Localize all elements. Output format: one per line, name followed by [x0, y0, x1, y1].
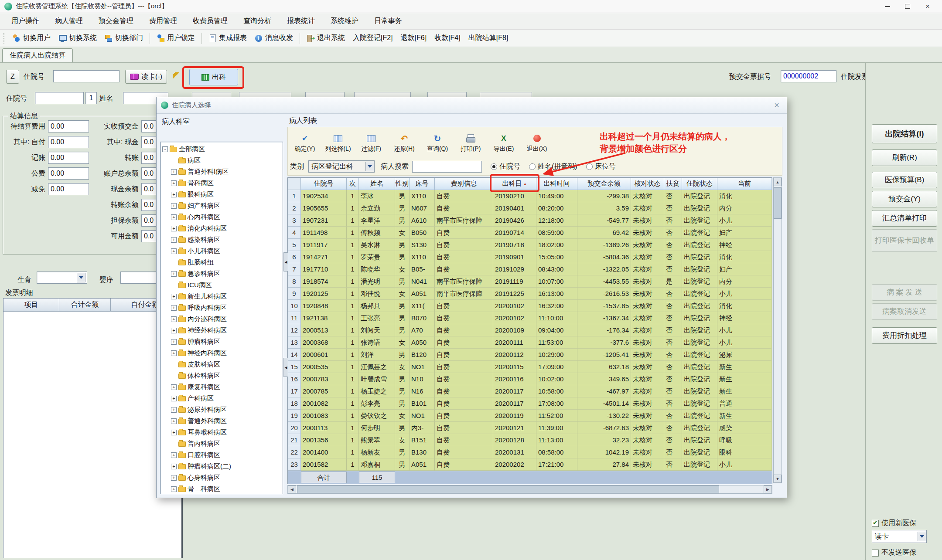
birth-combobox[interactable]: [37, 272, 87, 284]
tree-item[interactable]: +急诊科病区: [171, 268, 283, 279]
expand-icon[interactable]: +: [171, 464, 177, 469]
expand-icon[interactable]: +: [171, 328, 177, 333]
read-card-combobox[interactable]: 读卡: [872, 530, 927, 543]
tree-item[interactable]: +骨二科病区: [171, 483, 283, 494]
sidebar-button-5[interactable]: 汇总清单打印: [872, 210, 937, 227]
dropdown-button[interactable]: [365, 162, 374, 171]
patient-row[interactable]: 1520005351江佩芸之女NO1自费2020011517:09:00632.…: [288, 361, 772, 373]
menu-item-2[interactable]: 病人管理: [47, 13, 91, 29]
horizontal-scrollbar[interactable]: ◀ ▶: [287, 485, 772, 494]
expand-icon[interactable]: +: [171, 180, 177, 186]
expand-icon[interactable]: +: [171, 226, 177, 231]
tree-item[interactable]: 病区: [171, 155, 283, 166]
sidebar-button-2[interactable]: 刷新(R): [872, 149, 937, 166]
expand-icon[interactable]: +: [171, 475, 177, 481]
query-button[interactable]: 查询(Q): [422, 129, 453, 156]
chuke-button[interactable]: 出科: [189, 69, 238, 85]
column-header-11[interactable]: 扶贫: [664, 178, 682, 190]
columns-button[interactable]: 列选择(L): [322, 129, 354, 156]
tree-item[interactable]: +泌尿外科病区: [171, 404, 283, 415]
scroll-right-button[interactable]: ▶: [764, 485, 772, 493]
tree-root-item[interactable]: -全部病区: [162, 143, 283, 155]
column-header-5[interactable]: 床号: [410, 178, 435, 190]
close-button[interactable]: ×: [918, 0, 938, 13]
expand-icon[interactable]: +: [171, 384, 177, 390]
tree-item[interactable]: +眼科病区: [171, 189, 283, 200]
export-button[interactable]: 导出(E): [488, 129, 519, 156]
sidebar-button-9[interactable]: 费用折扣处理: [872, 327, 937, 344]
toolbar-button[interactable]: 切换用户: [9, 32, 54, 44]
collapse-icon[interactable]: -: [162, 146, 168, 152]
checkbox-unchecked-icon[interactable]: [872, 550, 879, 557]
column-header-6[interactable]: 费别信息: [435, 178, 493, 190]
confirm-button[interactable]: 确定(Y): [289, 129, 321, 156]
collapse-tree-button[interactable]: ◀: [283, 358, 288, 377]
expand-icon[interactable]: +: [171, 192, 177, 197]
patient-row[interactable]: 419114981傅秋频女B050自费2019071408:59:0069.42…: [288, 227, 772, 239]
tool-icon[interactable]: [173, 72, 180, 79]
scroll-left-button[interactable]: ◀: [288, 485, 296, 493]
collapse-tree-button[interactable]: ◀: [283, 252, 288, 272]
column-header-2[interactable]: 次: [347, 178, 359, 190]
expand-icon[interactable]: +: [171, 203, 177, 209]
patient-row[interactable]: 219056551余立勤男N607自费2019040108:20:003.59未…: [288, 202, 772, 214]
tree-item[interactable]: 普内科病区: [171, 438, 283, 449]
expand-icon[interactable]: +: [171, 316, 177, 322]
patient-search-input[interactable]: [412, 161, 482, 173]
menu-item-9[interactable]: 日常事务: [366, 13, 410, 29]
prepaid-receipt-input[interactable]: 000000002: [781, 70, 836, 82]
column-header-13[interactable]: 当前: [717, 178, 772, 190]
tree-item[interactable]: 体检科病区: [171, 370, 283, 381]
toolbar-button[interactable]: 退出系统: [303, 32, 348, 44]
settle-left-input-5[interactable]: 0.00: [48, 183, 89, 195]
menu-item-3[interactable]: 预交金管理: [91, 13, 141, 29]
patient-row[interactable]: 519119171吴水淋男S130自费2019071818:02:00-1389…: [288, 239, 772, 251]
expand-icon[interactable]: +: [171, 248, 177, 254]
menu-item-8[interactable]: 系统维护: [323, 13, 366, 29]
scrollbar-thumb[interactable]: [774, 187, 782, 219]
tree-item[interactable]: 皮肤科病区: [171, 359, 283, 370]
settle-left-input-1[interactable]: 0.00: [48, 120, 89, 132]
tree-item[interactable]: +康复科病区: [171, 381, 283, 393]
inpatient-no2-input[interactable]: [35, 92, 84, 104]
patient-row[interactable]: 1119211381王张亮男B070自费2020010211:10:00-136…: [288, 312, 772, 324]
toolbar-button[interactable]: 用户锁定: [153, 32, 198, 44]
maximize-button[interactable]: [898, 0, 918, 13]
menu-item-4[interactable]: 费用管理: [141, 13, 185, 29]
patient-row[interactable]: 1220005131刘阅天男A70自费2020010909:04:00-176.…: [288, 324, 772, 336]
tree-item[interactable]: +普通外科病区: [171, 415, 283, 427]
patient-row[interactable]: 2320015821邓嘉桐男A051自费2020020217:21:0027.8…: [288, 458, 772, 471]
sidebar-button-3[interactable]: 医保预算(B): [872, 172, 937, 188]
toolbar-button[interactable]: 退款[F6]: [397, 32, 430, 44]
dialog-close-button[interactable]: ×: [771, 100, 782, 111]
patient-row[interactable]: 1320003681张诗语女A050自费2020011111:53:00-377…: [288, 336, 772, 349]
patient-row[interactable]: 819185741潘光明男N041南平市医疗保障2019111910:07:00…: [288, 275, 772, 288]
minimize-button[interactable]: [877, 0, 898, 13]
tree-item[interactable]: +新生儿科病区: [171, 291, 283, 302]
expand-icon[interactable]: +: [171, 237, 177, 243]
invoice-col-2[interactable]: 合计金额: [59, 299, 111, 312]
search-mode-radio-1[interactable]: 住院号: [491, 162, 520, 171]
checkbox-checked-icon[interactable]: [872, 520, 879, 527]
restore-button[interactable]: 还原(H): [389, 129, 420, 156]
dropdown-button[interactable]: [77, 273, 85, 282]
toolbar-button[interactable]: 消息收发: [251, 32, 297, 44]
expand-icon[interactable]: +: [171, 418, 177, 424]
expand-icon[interactable]: +: [171, 430, 177, 435]
patient-row[interactable]: 119025341李冰男X110自费2019021010:49:00-299.3…: [288, 190, 772, 202]
no-send-insurance-row[interactable]: 不发送医保: [872, 548, 916, 557]
menu-item-7[interactable]: 报表统计: [279, 13, 323, 29]
toolbar-button[interactable]: 出院结算[F8]: [465, 32, 512, 44]
tree-item[interactable]: +内分泌科病区: [171, 313, 283, 325]
patient-row[interactable]: 1019208481杨邦其男X11(自费2020010216:32:00-153…: [288, 300, 772, 312]
tree-item[interactable]: ICU病区: [171, 279, 283, 291]
menu-item-5[interactable]: 收费员管理: [185, 13, 236, 29]
tree-item[interactable]: 肛肠科组: [171, 257, 283, 268]
admission-times-field[interactable]: 1: [85, 92, 97, 104]
expand-icon[interactable]: +: [171, 339, 177, 345]
tree-item[interactable]: +产科病区: [171, 393, 283, 404]
expand-icon[interactable]: +: [171, 350, 177, 356]
expand-icon[interactable]: +: [171, 271, 177, 277]
patient-row[interactable]: 719177101陈晓华女B05-自费2019102908:43:00-1322…: [288, 263, 772, 275]
patient-row[interactable]: 1920010831娄钦钦之女NO1自费2020011911:52:00-130…: [288, 410, 772, 422]
